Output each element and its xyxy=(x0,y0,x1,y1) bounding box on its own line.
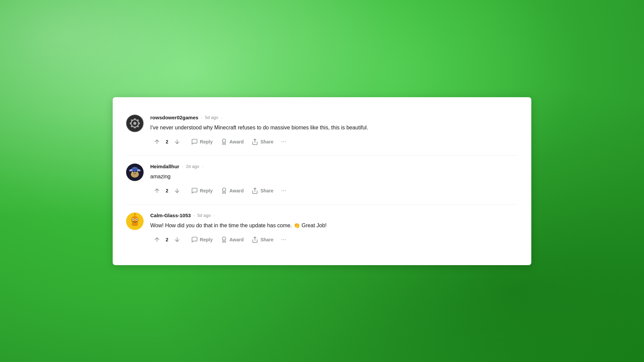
svg-point-30 xyxy=(134,214,136,215)
svg-rect-6 xyxy=(138,122,140,124)
separator-dot-2: · xyxy=(202,164,203,169)
vote-group: 2 xyxy=(150,185,184,196)
share-icon xyxy=(252,236,258,243)
svg-rect-4 xyxy=(134,127,136,128)
svg-rect-5 xyxy=(130,122,131,124)
separator-dot: · xyxy=(182,164,183,169)
timestamp: 2d ago xyxy=(186,164,199,169)
upvote-icon xyxy=(154,138,160,145)
avatar xyxy=(126,164,144,181)
upvote-button[interactable] xyxy=(150,234,164,245)
share-label: Share xyxy=(260,188,273,193)
svg-point-2 xyxy=(133,122,136,125)
vote-group: 2 xyxy=(150,136,184,147)
svg-point-28 xyxy=(136,219,137,220)
share-button[interactable]: Share xyxy=(248,136,277,147)
comment-header: rowsdower02games · 5d ago · xyxy=(150,115,518,120)
vote-count: 2 xyxy=(166,139,168,144)
more-options-button[interactable]: ··· xyxy=(278,136,289,147)
downvote-button[interactable] xyxy=(170,136,184,147)
comment-header: Heimdallhur · 2d ago · xyxy=(150,164,518,169)
reply-label: Reply xyxy=(200,237,213,242)
ellipsis-icon: ··· xyxy=(281,138,286,145)
divider xyxy=(126,155,518,156)
avatar xyxy=(126,213,144,230)
comment-text: I've never understood why Minecraft refu… xyxy=(150,124,518,132)
separator-dot-2: · xyxy=(213,213,215,218)
vote-count: 2 xyxy=(166,237,168,242)
comment-actions: 2 Reply xyxy=(150,234,518,245)
reply-icon xyxy=(191,187,198,194)
comment-item: rowsdower02games · 5d ago · I've never u… xyxy=(126,108,518,154)
award-icon xyxy=(221,138,227,145)
ellipsis-icon: ··· xyxy=(281,187,286,194)
comment-actions: 2 Reply xyxy=(150,136,518,147)
award-label: Award xyxy=(229,188,244,193)
comment-body: Calm-Glass-1053 · 5d ago · Wow! How did … xyxy=(150,213,518,245)
upvote-button[interactable] xyxy=(150,185,164,196)
timestamp: 5d ago xyxy=(205,115,218,120)
username: Heimdallhur xyxy=(150,164,179,169)
comments-card: rowsdower02games · 5d ago · I've never u… xyxy=(113,97,531,265)
reply-button[interactable]: Reply xyxy=(188,185,216,196)
reply-label: Reply xyxy=(200,139,213,144)
upvote-icon xyxy=(154,187,160,194)
share-button[interactable]: Share xyxy=(248,234,277,245)
reply-icon xyxy=(191,138,198,145)
comment-body: Heimdallhur · 2d ago · amazing 2 xyxy=(150,164,518,196)
share-button[interactable]: Share xyxy=(248,185,277,196)
downvote-icon xyxy=(174,138,180,145)
comment-actions: 2 Reply xyxy=(150,185,518,196)
ellipsis-icon: ··· xyxy=(281,236,286,243)
award-button[interactable]: Award xyxy=(217,136,247,147)
svg-point-27 xyxy=(133,219,134,220)
svg-rect-3 xyxy=(134,118,136,120)
award-icon xyxy=(221,187,227,194)
comment-text: amazing xyxy=(150,173,518,181)
reply-icon xyxy=(191,236,198,243)
share-icon xyxy=(252,187,258,194)
downvote-button[interactable] xyxy=(170,234,184,245)
award-label: Award xyxy=(229,139,244,144)
award-button[interactable]: Award xyxy=(217,185,247,196)
upvote-icon xyxy=(154,236,160,243)
svg-point-20 xyxy=(136,171,137,172)
reply-label: Reply xyxy=(200,188,213,193)
award-label: Award xyxy=(229,237,244,242)
share-icon xyxy=(252,138,258,145)
svg-rect-16 xyxy=(131,169,138,171)
vote-count: 2 xyxy=(166,188,168,193)
comment-body: rowsdower02games · 5d ago · I've never u… xyxy=(150,115,518,147)
divider xyxy=(126,204,518,204)
vote-group: 2 xyxy=(150,234,184,245)
comment-header: Calm-Glass-1053 · 5d ago · xyxy=(150,213,518,218)
avatar xyxy=(126,115,144,132)
username: rowsdower02games xyxy=(150,115,198,120)
separator-dot: · xyxy=(201,115,202,120)
comment-item: Calm-Glass-1053 · 5d ago · Wow! How did … xyxy=(126,206,518,252)
svg-point-19 xyxy=(133,171,134,172)
award-button[interactable]: Award xyxy=(217,234,247,245)
comment-item: Heimdallhur · 2d ago · amazing 2 xyxy=(126,157,518,203)
separator-dot-2: · xyxy=(221,115,222,120)
share-label: Share xyxy=(260,139,273,144)
share-label: Share xyxy=(260,237,273,242)
award-icon xyxy=(221,236,227,243)
svg-rect-24 xyxy=(132,222,138,226)
separator-dot: · xyxy=(194,213,195,218)
reply-button[interactable]: Reply xyxy=(188,234,216,245)
comment-text: Wow! How did you do that in the time the… xyxy=(150,222,518,230)
reply-button[interactable]: Reply xyxy=(188,136,216,147)
timestamp: 5d ago xyxy=(198,213,211,218)
downvote-button[interactable] xyxy=(170,185,184,196)
more-options-button[interactable]: ··· xyxy=(278,234,289,245)
more-options-button[interactable]: ··· xyxy=(278,185,289,196)
upvote-button[interactable] xyxy=(150,136,164,147)
username: Calm-Glass-1053 xyxy=(150,213,191,218)
downvote-icon xyxy=(174,187,180,194)
downvote-icon xyxy=(174,236,180,243)
